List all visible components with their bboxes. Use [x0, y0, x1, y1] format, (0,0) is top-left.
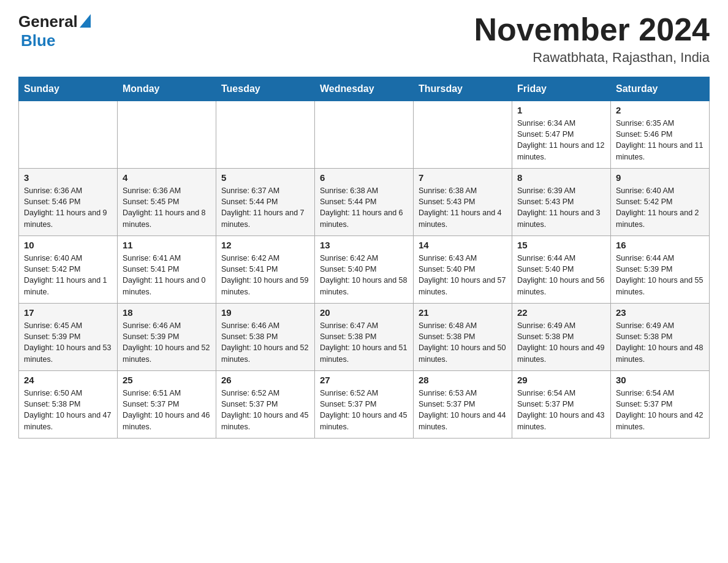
- calendar-week-row: 10Sunrise: 6:40 AM Sunset: 5:42 PM Dayli…: [19, 236, 710, 304]
- calendar-cell: 25Sunrise: 6:51 AM Sunset: 5:37 PM Dayli…: [118, 371, 216, 439]
- day-info: Sunrise: 6:51 AM Sunset: 5:37 PM Dayligh…: [123, 388, 211, 432]
- page-header: General Blue November 2024 Rawatbhata, R…: [18, 12, 710, 66]
- calendar-cell: 4Sunrise: 6:36 AM Sunset: 5:45 PM Daylig…: [118, 169, 216, 236]
- col-header-sunday: Sunday: [19, 77, 118, 101]
- day-number: 8: [517, 172, 605, 183]
- day-info: Sunrise: 6:49 AM Sunset: 5:38 PM Dayligh…: [616, 320, 704, 365]
- day-number: 17: [24, 307, 112, 318]
- col-header-friday: Friday: [512, 77, 611, 101]
- day-number: 21: [419, 307, 507, 318]
- day-info: Sunrise: 6:44 AM Sunset: 5:40 PM Dayligh…: [517, 253, 605, 297]
- day-info: Sunrise: 6:39 AM Sunset: 5:43 PM Dayligh…: [517, 185, 605, 230]
- day-info: Sunrise: 6:49 AM Sunset: 5:38 PM Dayligh…: [517, 320, 605, 365]
- day-number: 20: [320, 307, 408, 318]
- calendar-cell: 18Sunrise: 6:46 AM Sunset: 5:39 PM Dayli…: [118, 304, 216, 371]
- day-info: Sunrise: 6:41 AM Sunset: 5:41 PM Dayligh…: [123, 253, 211, 297]
- day-number: 3: [24, 172, 112, 183]
- day-number: 6: [320, 172, 408, 183]
- calendar-cell: 5Sunrise: 6:37 AM Sunset: 5:44 PM Daylig…: [216, 169, 315, 236]
- calendar-cell: 28Sunrise: 6:53 AM Sunset: 5:37 PM Dayli…: [414, 371, 512, 439]
- calendar-table: SundayMondayTuesdayWednesdayThursdayFrid…: [18, 77, 710, 439]
- day-info: Sunrise: 6:40 AM Sunset: 5:42 PM Dayligh…: [616, 185, 704, 230]
- col-header-thursday: Thursday: [414, 77, 512, 101]
- calendar-cell: 9Sunrise: 6:40 AM Sunset: 5:42 PM Daylig…: [611, 169, 710, 236]
- day-info: Sunrise: 6:48 AM Sunset: 5:38 PM Dayligh…: [419, 320, 507, 365]
- calendar-cell: 12Sunrise: 6:42 AM Sunset: 5:41 PM Dayli…: [216, 236, 315, 304]
- calendar-cell: 20Sunrise: 6:47 AM Sunset: 5:38 PM Dayli…: [315, 304, 414, 371]
- calendar-cell: [118, 101, 216, 169]
- calendar-week-row: 1Sunrise: 6:34 AM Sunset: 5:47 PM Daylig…: [19, 101, 710, 169]
- day-number: 5: [221, 172, 309, 183]
- day-info: Sunrise: 6:43 AM Sunset: 5:40 PM Dayligh…: [419, 253, 507, 297]
- day-number: 25: [123, 375, 211, 385]
- col-header-wednesday: Wednesday: [315, 77, 414, 101]
- day-info: Sunrise: 6:38 AM Sunset: 5:43 PM Dayligh…: [419, 185, 507, 230]
- day-number: 14: [419, 240, 507, 250]
- day-info: Sunrise: 6:40 AM Sunset: 5:42 PM Dayligh…: [24, 253, 112, 297]
- svg-marker-0: [80, 14, 91, 28]
- day-info: Sunrise: 6:42 AM Sunset: 5:40 PM Dayligh…: [320, 253, 408, 297]
- day-info: Sunrise: 6:36 AM Sunset: 5:46 PM Dayligh…: [24, 185, 112, 230]
- day-info: Sunrise: 6:52 AM Sunset: 5:37 PM Dayligh…: [320, 388, 408, 432]
- calendar-week-row: 24Sunrise: 6:50 AM Sunset: 5:38 PM Dayli…: [19, 371, 710, 439]
- day-info: Sunrise: 6:36 AM Sunset: 5:45 PM Dayligh…: [123, 185, 211, 230]
- calendar-cell: 17Sunrise: 6:45 AM Sunset: 5:39 PM Dayli…: [19, 304, 118, 371]
- day-number: 27: [320, 375, 408, 385]
- day-number: 1: [517, 105, 605, 115]
- day-number: 2: [616, 105, 704, 115]
- day-info: Sunrise: 6:34 AM Sunset: 5:47 PM Dayligh…: [517, 118, 605, 163]
- day-number: 26: [221, 375, 309, 385]
- calendar-cell: 6Sunrise: 6:38 AM Sunset: 5:44 PM Daylig…: [315, 169, 414, 236]
- day-number: 16: [616, 240, 704, 250]
- calendar-cell: 1Sunrise: 6:34 AM Sunset: 5:47 PM Daylig…: [512, 101, 611, 169]
- day-number: 18: [123, 307, 211, 318]
- calendar-cell: 26Sunrise: 6:52 AM Sunset: 5:37 PM Dayli…: [216, 371, 315, 439]
- day-info: Sunrise: 6:47 AM Sunset: 5:38 PM Dayligh…: [320, 320, 408, 365]
- logo: General Blue: [18, 12, 93, 50]
- day-number: 9: [616, 172, 704, 183]
- day-info: Sunrise: 6:54 AM Sunset: 5:37 PM Dayligh…: [517, 388, 605, 432]
- day-number: 13: [320, 240, 408, 250]
- day-number: 28: [419, 375, 507, 385]
- day-number: 11: [123, 240, 211, 250]
- location-subtitle: Rawatbhata, Rajasthan, India: [474, 50, 710, 66]
- calendar-week-row: 3Sunrise: 6:36 AM Sunset: 5:46 PM Daylig…: [19, 169, 710, 236]
- day-info: Sunrise: 6:50 AM Sunset: 5:38 PM Dayligh…: [24, 388, 112, 432]
- calendar-cell: [19, 101, 118, 169]
- day-number: 23: [616, 307, 704, 318]
- day-info: Sunrise: 6:46 AM Sunset: 5:39 PM Dayligh…: [123, 320, 211, 365]
- title-block: November 2024 Rawatbhata, Rajasthan, Ind…: [474, 12, 710, 66]
- calendar-cell: 30Sunrise: 6:54 AM Sunset: 5:37 PM Dayli…: [611, 371, 710, 439]
- calendar-cell: 11Sunrise: 6:41 AM Sunset: 5:41 PM Dayli…: [118, 236, 216, 304]
- day-number: 24: [24, 375, 112, 385]
- calendar-cell: 15Sunrise: 6:44 AM Sunset: 5:40 PM Dayli…: [512, 236, 611, 304]
- logo-general-text: General: [18, 12, 78, 31]
- day-number: 19: [221, 307, 309, 318]
- calendar-cell: 24Sunrise: 6:50 AM Sunset: 5:38 PM Dayli…: [19, 371, 118, 439]
- day-info: Sunrise: 6:35 AM Sunset: 5:46 PM Dayligh…: [616, 118, 704, 163]
- month-title: November 2024: [474, 12, 710, 47]
- day-number: 15: [517, 240, 605, 250]
- calendar-cell: 22Sunrise: 6:49 AM Sunset: 5:38 PM Dayli…: [512, 304, 611, 371]
- logo-triangle-icon: [80, 14, 91, 28]
- calendar-cell: 19Sunrise: 6:46 AM Sunset: 5:38 PM Dayli…: [216, 304, 315, 371]
- calendar-cell: 27Sunrise: 6:52 AM Sunset: 5:37 PM Dayli…: [315, 371, 414, 439]
- day-number: 29: [517, 375, 605, 385]
- day-info: Sunrise: 6:44 AM Sunset: 5:39 PM Dayligh…: [616, 253, 704, 297]
- day-number: 10: [24, 240, 112, 250]
- logo-blue-text: Blue: [18, 31, 93, 50]
- calendar-cell: 16Sunrise: 6:44 AM Sunset: 5:39 PM Dayli…: [611, 236, 710, 304]
- calendar-week-row: 17Sunrise: 6:45 AM Sunset: 5:39 PM Dayli…: [19, 304, 710, 371]
- day-number: 7: [419, 172, 507, 183]
- day-headers-row: SundayMondayTuesdayWednesdayThursdayFrid…: [19, 77, 710, 101]
- col-header-monday: Monday: [118, 77, 216, 101]
- calendar-cell: 2Sunrise: 6:35 AM Sunset: 5:46 PM Daylig…: [611, 101, 710, 169]
- calendar-cell: 21Sunrise: 6:48 AM Sunset: 5:38 PM Dayli…: [414, 304, 512, 371]
- col-header-saturday: Saturday: [611, 77, 710, 101]
- day-info: Sunrise: 6:45 AM Sunset: 5:39 PM Dayligh…: [24, 320, 112, 365]
- day-info: Sunrise: 6:37 AM Sunset: 5:44 PM Dayligh…: [221, 185, 309, 230]
- calendar-cell: 29Sunrise: 6:54 AM Sunset: 5:37 PM Dayli…: [512, 371, 611, 439]
- calendar-cell: 10Sunrise: 6:40 AM Sunset: 5:42 PM Dayli…: [19, 236, 118, 304]
- calendar-cell: 3Sunrise: 6:36 AM Sunset: 5:46 PM Daylig…: [19, 169, 118, 236]
- calendar-cell: 8Sunrise: 6:39 AM Sunset: 5:43 PM Daylig…: [512, 169, 611, 236]
